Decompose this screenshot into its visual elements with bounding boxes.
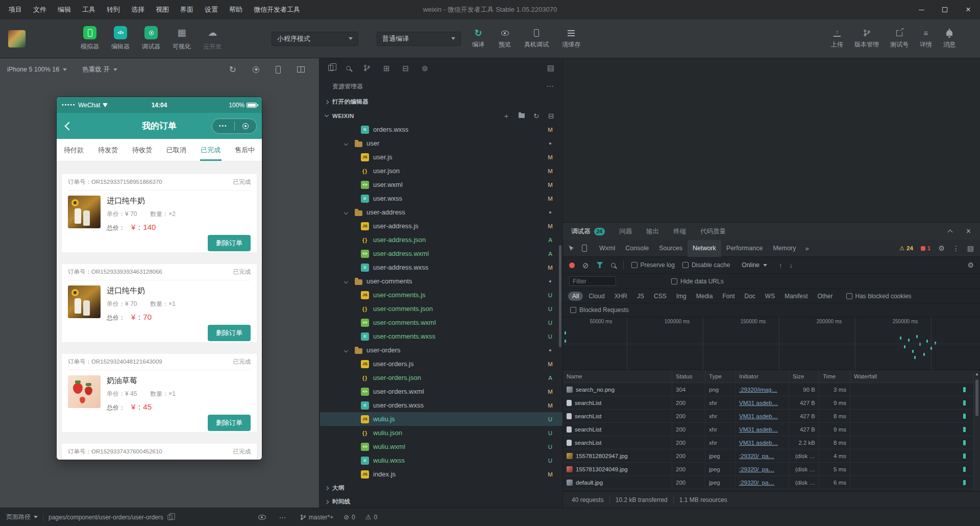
- network-request-row[interactable]: 1557813024049.jpg 200 jpeg :29320/_pa… (…: [563, 463, 980, 476]
- scrollbar-thumb[interactable]: [975, 379, 978, 416]
- devtools-tab[interactable]: Sources: [654, 240, 688, 257]
- menu-item[interactable]: 转到: [101, 0, 126, 19]
- tree-item[interactable]: user-comments •: [320, 274, 562, 288]
- network-request-row[interactable]: search_no.png 304 png :29320/imag… 90 B …: [563, 383, 980, 396]
- search-icon[interactable]: [611, 263, 616, 268]
- tree-item[interactable]: user-comments.wxml U: [320, 316, 562, 329]
- tree-item[interactable]: wuliu.json U: [320, 426, 562, 440]
- network-filter-input[interactable]: [569, 276, 616, 286]
- more-actions-icon[interactable]: ⋯: [546, 82, 554, 91]
- clear-network-icon[interactable]: ⊘: [582, 261, 589, 269]
- record-button[interactable]: [253, 66, 259, 73]
- network-request-row[interactable]: 1557812802947.jpg 200 jpeg :29320/_pa… (…: [563, 449, 980, 463]
- settings-gear-icon[interactable]: ⚙: [938, 244, 945, 252]
- device-debug-button[interactable]: 真机调试: [524, 28, 549, 49]
- order-tab[interactable]: 已完成: [193, 139, 228, 161]
- refresh-simulator-button[interactable]: ↻: [229, 65, 236, 74]
- preserve-log-checkbox[interactable]: Preserve log: [631, 261, 675, 269]
- devtools-tab[interactable]: Console: [620, 240, 654, 257]
- menu-item[interactable]: 设置: [199, 0, 224, 19]
- tree-item[interactable]: user-orders.wxml M: [320, 385, 562, 398]
- type-filter-pill[interactable]: Img: [672, 292, 691, 301]
- export-har-icon[interactable]: ↓: [790, 261, 793, 269]
- close-button[interactable]: ×: [957, 0, 980, 19]
- editor-mode-button[interactable]: </> 编辑器: [105, 26, 136, 51]
- inspect-icon[interactable]: [568, 245, 575, 252]
- type-filter-pill[interactable]: JS: [633, 292, 648, 301]
- panel-tab[interactable]: 代码质量: [700, 227, 726, 236]
- compile-button[interactable]: ↻ 编译: [472, 28, 484, 49]
- tree-item[interactable]: wuliu.wxml U: [320, 440, 562, 453]
- request-initiator[interactable]: VM31 asdeb…: [736, 436, 789, 449]
- new-file-icon[interactable]: ＋: [503, 112, 510, 119]
- tree-item[interactable]: user-address •: [320, 205, 562, 219]
- type-filter-pill[interactable]: XHR: [610, 292, 631, 301]
- more-icon[interactable]: ⋯: [279, 513, 287, 521]
- network-settings-icon[interactable]: ⚙: [967, 261, 974, 269]
- search-icon[interactable]: [346, 66, 351, 70]
- column-header[interactable]: Waterfall: [850, 370, 980, 382]
- details-button[interactable]: ≡ 详情: [920, 28, 932, 49]
- collapse-panel-icon[interactable]: [947, 230, 952, 235]
- messages-button[interactable]: 消息: [943, 28, 955, 49]
- timeline-section[interactable]: 时间线: [320, 495, 562, 508]
- type-filter-pill[interactable]: Font: [718, 292, 739, 301]
- tree-item[interactable]: user.js M: [320, 150, 562, 164]
- simulator-mode-button[interactable]: 模拟器: [75, 26, 105, 51]
- files-icon[interactable]: [328, 65, 333, 71]
- tree-item[interactable]: user-address.wxml A: [320, 247, 562, 260]
- visualizer-mode-button[interactable]: ▦ 可视化: [166, 26, 197, 51]
- request-initiator[interactable]: :29320/_pa…: [736, 463, 789, 475]
- network-request-row[interactable]: searchList 200 xhr VM31 asdeb… 2.2 kB 8 …: [563, 436, 980, 449]
- tree-item[interactable]: user-orders.js M: [320, 357, 562, 371]
- warnings-badge[interactable]: ⚠ 24: [899, 245, 913, 252]
- devtools-tab[interactable]: Network: [688, 240, 721, 257]
- record-network-icon[interactable]: [569, 262, 575, 268]
- tree-item[interactable]: user.json M: [320, 164, 562, 178]
- tree-item[interactable]: user-address.wxss M: [320, 260, 562, 274]
- order-tab[interactable]: 售后中: [228, 139, 262, 161]
- scrollbar[interactable]: ▲: [973, 370, 980, 491]
- scroll-up-icon[interactable]: ▲: [975, 370, 979, 378]
- tree-item[interactable]: user •: [320, 136, 562, 150]
- type-filter-pill[interactable]: Doc: [740, 292, 759, 301]
- version-control-button[interactable]: 版本管理: [854, 28, 879, 49]
- device-frame-button[interactable]: [276, 66, 281, 74]
- outline-section[interactable]: 大纲: [320, 481, 562, 495]
- tree-item[interactable]: user.wxml M: [320, 178, 562, 192]
- copy-icon[interactable]: [167, 514, 172, 520]
- close-panel-icon[interactable]: ×: [966, 227, 971, 235]
- test-account-button[interactable]: ↗ 测试号: [890, 28, 909, 49]
- order-tab[interactable]: 待付款: [57, 139, 91, 161]
- refresh-explorer-icon[interactable]: ↻: [533, 112, 540, 119]
- request-initiator[interactable]: :29320/imag…: [736, 383, 789, 396]
- type-filter-pill[interactable]: All: [568, 292, 583, 301]
- hot-reload-select[interactable]: 热重载 开: [82, 65, 117, 74]
- menu-item[interactable]: 帮助: [224, 0, 248, 19]
- panel-tab[interactable]: 终端: [673, 227, 686, 236]
- tree-item[interactable]: index.js M: [320, 467, 562, 481]
- dock-side-icon[interactable]: ▤: [967, 244, 974, 252]
- menu-item[interactable]: 视图: [150, 0, 175, 19]
- visibility-icon[interactable]: [258, 515, 266, 520]
- type-filter-pill[interactable]: Cloud: [584, 292, 608, 301]
- delete-order-button[interactable]: 删除订单: [208, 415, 251, 431]
- menu-item[interactable]: 界面: [175, 0, 199, 19]
- network-overview-timeline[interactable]: 50000 ms100000 ms150000 ms200000 ms25000…: [563, 317, 980, 370]
- split-window-button[interactable]: [297, 66, 305, 73]
- hide-data-urls-checkbox[interactable]: Hide data URLs: [671, 278, 724, 285]
- order-tab[interactable]: 已取消: [159, 139, 193, 161]
- column-header[interactable]: Type: [705, 370, 736, 382]
- project-section[interactable]: WEIXIN ＋ ↻ ⊟: [320, 109, 562, 123]
- clear-cache-button[interactable]: 清缓存: [562, 28, 580, 49]
- tree-item[interactable]: orders.wxss M: [320, 123, 562, 136]
- column-header[interactable]: Initiator: [736, 370, 789, 382]
- type-filter-pill[interactable]: CSS: [650, 292, 671, 301]
- error-count[interactable]: ⊘ 0: [344, 514, 355, 521]
- compile-mode-select[interactable]: 普通编译: [377, 32, 461, 46]
- filter-icon[interactable]: [597, 262, 603, 268]
- network-request-row[interactable]: searchList 200 xhr VM31 asdeb… 427 B 8 m…: [563, 410, 980, 423]
- back-icon[interactable]: [65, 122, 74, 130]
- request-initiator[interactable]: :29320/_pa…: [736, 476, 789, 489]
- warning-count[interactable]: ⚠ 0: [365, 514, 377, 521]
